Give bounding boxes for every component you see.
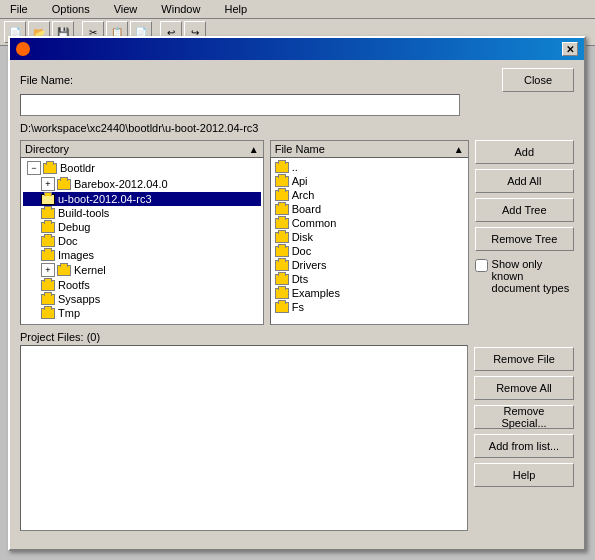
tree-item-debug[interactable]: Debug [23, 220, 261, 234]
folder-icon-dotdot [275, 162, 289, 173]
tree-item-barebox[interactable]: + Barebox-2012.04.0 [23, 176, 261, 192]
folder-icon-common [275, 218, 289, 229]
add-from-list-button[interactable]: Add from list... [474, 434, 574, 458]
add-tree-button[interactable]: Add Tree [475, 198, 574, 222]
show-known-row: Show only known document types [475, 258, 574, 294]
tree-item-rootfs[interactable]: Rootfs [23, 278, 261, 292]
directory-panel-header: Directory ▲ [20, 140, 264, 157]
tree-toggle-root[interactable]: − [27, 161, 41, 175]
folder-icon-arch [275, 190, 289, 201]
project-buttons: Remove File Remove All Remove Special...… [474, 331, 574, 531]
file-item-board[interactable]: Board [273, 202, 466, 216]
remove-file-button[interactable]: Remove File [474, 347, 574, 371]
file-item-arch[interactable]: Arch [273, 188, 466, 202]
tree-item-sysapps[interactable]: Sysapps [23, 292, 261, 306]
menu-window[interactable]: Window [155, 2, 206, 16]
folder-icon-drivers [275, 260, 289, 271]
folder-icon-board [275, 204, 289, 215]
directory-tree[interactable]: − Bootldr + Barebox-2012.04.0 u- [20, 157, 264, 325]
filename-label: File Name: [20, 74, 73, 86]
folder-icon-kernel [57, 265, 71, 276]
project-files-list[interactable] [20, 345, 468, 531]
dialog: ✕ File Name: Close D:\workspace\xc2440\b… [8, 36, 586, 551]
tree-item-kernel[interactable]: + Kernel [23, 262, 261, 278]
tree-item-images[interactable]: Images [23, 248, 261, 262]
directory-panel: Directory ▲ − Bootldr + [20, 140, 264, 325]
filename-input[interactable] [20, 94, 460, 116]
file-item-drivers[interactable]: Drivers [273, 258, 466, 272]
directory-sort-arrow[interactable]: ▲ [249, 144, 259, 155]
file-item-common[interactable]: Common [273, 216, 466, 230]
right-buttons: Add Add All Add Tree Remove Tree Show on… [475, 140, 574, 325]
dialog-close-x-button[interactable]: ✕ [562, 42, 578, 56]
tree-toggle-barebox[interactable]: + [41, 177, 55, 191]
folder-icon-debug [41, 222, 55, 233]
file-item-fs[interactable]: Fs [273, 300, 466, 314]
folder-icon-images [41, 250, 55, 261]
file-item-api[interactable]: Api [273, 174, 466, 188]
remove-all-button[interactable]: Remove All [474, 376, 574, 400]
close-button[interactable]: Close [502, 68, 574, 92]
project-files-header: Project Files: (0) [20, 331, 468, 343]
project-files-panel: Project Files: (0) [20, 331, 468, 531]
file-item-doc2[interactable]: Doc [273, 244, 466, 258]
file-item-dts[interactable]: Dts [273, 272, 466, 286]
tree-toggle-kernel[interactable]: + [41, 263, 55, 277]
remove-special-button[interactable]: Remove Special... [474, 405, 574, 429]
menu-file[interactable]: File [4, 2, 34, 16]
add-button[interactable]: Add [475, 140, 574, 164]
file-item-dotdot[interactable]: .. [273, 160, 466, 174]
path-label: D:\workspace\xc2440\bootldr\u-boot-2012.… [20, 122, 574, 134]
menubar: File Options View Window Help [0, 0, 595, 19]
dialog-title-icon [16, 42, 30, 56]
project-section: Project Files: (0) Remove File Remove Al… [20, 331, 574, 531]
tree-item-buildtools[interactable]: Build-tools [23, 206, 261, 220]
show-known-label: Show only known document types [492, 258, 574, 294]
main-panels: Directory ▲ − Bootldr + [20, 140, 574, 325]
folder-icon-fs [275, 302, 289, 313]
filename-panel: File Name ▲ .. Api Arch [270, 140, 469, 325]
menu-view[interactable]: View [108, 2, 144, 16]
tree-item-root[interactable]: − Bootldr [23, 160, 261, 176]
folder-icon-dts [275, 274, 289, 285]
filename-section: File Name: Close [20, 68, 574, 116]
tree-item-tmp[interactable]: Tmp [23, 306, 261, 320]
folder-icon-buildtools [41, 208, 55, 219]
filename-panel-header: File Name ▲ [270, 140, 469, 157]
show-known-checkbox[interactable] [475, 259, 488, 272]
file-item-disk[interactable]: Disk [273, 230, 466, 244]
add-all-button[interactable]: Add All [475, 169, 574, 193]
help-button[interactable]: Help [474, 463, 574, 487]
file-item-examples[interactable]: Examples [273, 286, 466, 300]
tree-item-uboot[interactable]: u-boot-2012.04-rc3 [23, 192, 261, 206]
menu-help[interactable]: Help [218, 2, 253, 16]
dialog-body: File Name: Close D:\workspace\xc2440\boo… [10, 60, 584, 549]
folder-icon-tmp [41, 308, 55, 319]
menu-options[interactable]: Options [46, 2, 96, 16]
file-list[interactable]: .. Api Arch Board [270, 157, 469, 325]
remove-tree-button[interactable]: Remove Tree [475, 227, 574, 251]
folder-icon-uboot [41, 194, 55, 205]
folder-icon-barebox [57, 179, 71, 190]
filename-sort-arrow[interactable]: ▲ [454, 144, 464, 155]
folder-icon-rootfs [41, 280, 55, 291]
folder-icon-examples [275, 288, 289, 299]
folder-icon-sysapps [41, 294, 55, 305]
dialog-titlebar: ✕ [10, 38, 584, 60]
folder-icon-root [43, 163, 57, 174]
folder-icon-doc2 [275, 246, 289, 257]
folder-icon-doc [41, 236, 55, 247]
tree-item-doc[interactable]: Doc [23, 234, 261, 248]
folder-icon-disk [275, 232, 289, 243]
folder-icon-api [275, 176, 289, 187]
